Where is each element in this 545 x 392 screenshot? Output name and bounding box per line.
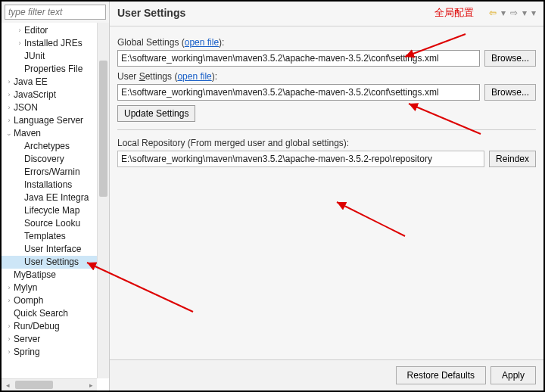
- tree-item-run-debug[interactable]: ›Run/Debug: [2, 320, 109, 333]
- menu-dropdown-icon[interactable]: ▾: [531, 8, 536, 18]
- apply-button[interactable]: Apply: [490, 366, 536, 384]
- chevron-right-icon[interactable]: ›: [5, 76, 14, 89]
- tree-item-java-ee-integra[interactable]: Java EE Integra: [2, 191, 109, 204]
- tree-item-spring[interactable]: ›Spring: [2, 346, 109, 359]
- tree-item-label: Errors/Warnin: [24, 166, 80, 179]
- chevron-down-icon[interactable]: ⌄: [5, 127, 14, 140]
- tree-item-discovery[interactable]: Discovery: [2, 153, 109, 166]
- scroll-right-icon[interactable]: ▸: [85, 379, 97, 390]
- footer: Restore Defaults Apply: [110, 359, 543, 390]
- tree-item-label: User Settings: [24, 256, 79, 269]
- local-repository-path-input[interactable]: [117, 151, 484, 167]
- horizontal-scrollbar[interactable]: ◂ ▸: [2, 378, 97, 390]
- tree-item-label: Run/Debug: [14, 320, 60, 333]
- separator: [117, 129, 536, 130]
- tree-item-label: JavaScript: [14, 89, 56, 101]
- chevron-right-icon[interactable]: ›: [5, 101, 14, 114]
- tree-item-user-settings[interactable]: User Settings: [2, 256, 109, 269]
- tree-item-label: Quick Search: [14, 307, 68, 320]
- chevron-right-icon[interactable]: ›: [5, 346, 14, 359]
- tree-item-language-server[interactable]: ›Language Server: [2, 114, 109, 127]
- tree-item-installations[interactable]: Installations: [2, 179, 109, 191]
- tree-item-label: Properties File: [24, 63, 83, 76]
- preferences-sidebar: ›Editor›Installed JREsJUnitProperties Fi…: [2, 2, 110, 390]
- tree-item-label: Editor: [24, 24, 48, 37]
- tree-item-label: Oomph: [14, 294, 43, 307]
- tree-item-label: Templates: [24, 230, 66, 243]
- toolbar-icons: ⇦ ▾ ⇨ ▾ ▾: [489, 8, 536, 18]
- tree-item-label: JSON: [14, 101, 38, 114]
- tree-item-archetypes[interactable]: Archetypes: [2, 140, 109, 153]
- tree-item-user-interface[interactable]: User Interface: [2, 243, 109, 256]
- tree-item-properties-file[interactable]: Properties File: [2, 63, 109, 76]
- tree-item-maven[interactable]: ⌄Maven: [2, 127, 109, 140]
- tree-item-label: Language Server: [14, 114, 83, 127]
- tree-item-label: Installed JREs: [24, 37, 83, 50]
- tree-item-label: Spring: [14, 346, 40, 359]
- header: User Settings 全局配置 ⇦ ▾ ⇨ ▾ ▾: [110, 2, 543, 26]
- global-open-file-link[interactable]: open file: [185, 37, 219, 48]
- tree-item-mybatipse[interactable]: MyBatipse: [2, 269, 109, 282]
- global-settings-label: Global Settings (open file):: [117, 37, 536, 48]
- chevron-right-icon[interactable]: ›: [5, 333, 14, 346]
- tree-item-editor[interactable]: ›Editor: [2, 24, 109, 37]
- tree-item-java-ee[interactable]: ›Java EE: [2, 76, 109, 89]
- user-settings-label: User Settings (open file):: [117, 71, 536, 82]
- user-browse-button[interactable]: Browse...: [484, 84, 536, 101]
- annotation-text: 全局配置: [434, 6, 474, 20]
- scroll-left-icon[interactable]: ◂: [2, 379, 14, 390]
- tree-item-label: Java EE: [14, 76, 48, 89]
- tree-item-label: Maven: [14, 127, 41, 140]
- tree-item-label: Source Looku: [24, 217, 80, 230]
- restore-defaults-button[interactable]: Restore Defaults: [396, 366, 486, 384]
- tree-item-junit[interactable]: JUnit: [2, 50, 109, 63]
- tree-item-label: JUnit: [24, 50, 45, 63]
- tree-item-label: User Interface: [24, 243, 81, 256]
- back-icon[interactable]: ⇦: [489, 8, 497, 18]
- tree-item-server[interactable]: ›Server: [2, 333, 109, 346]
- page-title: User Settings: [117, 7, 434, 19]
- tree-item-source-looku[interactable]: Source Looku: [2, 217, 109, 230]
- tree-item-javascript[interactable]: ›JavaScript: [2, 89, 109, 101]
- tree-item-installed-jres[interactable]: ›Installed JREs: [2, 37, 109, 50]
- tree-item-json[interactable]: ›JSON: [2, 101, 109, 114]
- tree-item-label: MyBatipse: [14, 269, 56, 282]
- user-settings-path-input[interactable]: [117, 84, 480, 101]
- main-panel: User Settings 全局配置 ⇦ ▾ ⇨ ▾ ▾ Global Sett…: [110, 2, 543, 390]
- chevron-right-icon[interactable]: ›: [5, 114, 14, 127]
- filter-input[interactable]: [5, 5, 106, 20]
- back-dropdown-icon[interactable]: ▾: [501, 8, 506, 18]
- tree-item-label: Java EE Integra: [24, 191, 89, 204]
- tree-item-quick-search[interactable]: Quick Search: [2, 307, 109, 320]
- tree-item-label: Server: [14, 333, 40, 346]
- tree-item-label: Mylyn: [14, 282, 37, 294]
- tree-item-mylyn[interactable]: ›Mylyn: [2, 282, 109, 294]
- chevron-right-icon[interactable]: ›: [5, 294, 14, 307]
- tree-item-errors-warnin[interactable]: Errors/Warnin: [2, 166, 109, 179]
- user-open-file-link[interactable]: open file: [177, 71, 211, 82]
- local-repository-label: Local Repository (From merged user and g…: [117, 138, 536, 148]
- global-browse-button[interactable]: Browse...: [484, 50, 536, 67]
- forward-dropdown-icon[interactable]: ▾: [522, 8, 527, 18]
- vertical-scrollbar[interactable]: [97, 23, 109, 378]
- chevron-right-icon[interactable]: ›: [5, 320, 14, 333]
- tree-item-label: Installations: [24, 179, 72, 191]
- chevron-right-icon[interactable]: ›: [15, 37, 24, 50]
- tree-item-label: Archetypes: [24, 140, 70, 153]
- chevron-right-icon[interactable]: ›: [5, 282, 14, 294]
- tree-item-label: Discovery: [24, 153, 64, 166]
- chevron-right-icon[interactable]: ›: [5, 89, 14, 101]
- tree-item-templates[interactable]: Templates: [2, 230, 109, 243]
- update-settings-button[interactable]: Update Settings: [117, 105, 195, 122]
- global-settings-path-input[interactable]: [117, 50, 480, 67]
- reindex-button[interactable]: Reindex: [489, 151, 536, 167]
- preferences-tree: ›Editor›Installed JREsJUnitProperties Fi…: [2, 23, 109, 390]
- tree-item-lifecycle-map[interactable]: Lifecycle Map: [2, 204, 109, 217]
- content-area: Global Settings (open file): Browse... U…: [110, 26, 543, 359]
- tree-item-oomph[interactable]: ›Oomph: [2, 294, 109, 307]
- tree-item-label: Lifecycle Map: [24, 204, 79, 217]
- forward-icon[interactable]: ⇨: [510, 8, 518, 18]
- chevron-right-icon[interactable]: ›: [15, 24, 24, 37]
